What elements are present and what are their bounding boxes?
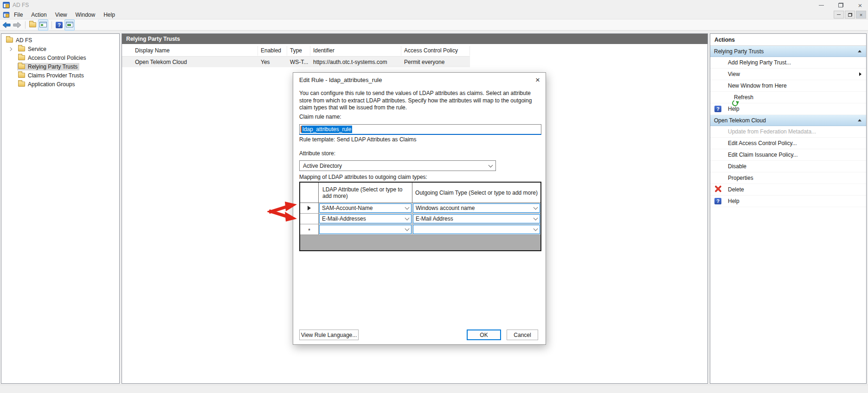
console-tree-toggle-button[interactable] <box>38 19 48 31</box>
actions-section-relying-party-trusts[interactable]: Relying Party Trusts <box>710 46 866 57</box>
ldap-attribute-combobox[interactable] <box>319 225 411 234</box>
outgoing-claim-combobox[interactable]: Windows account name <box>413 203 540 213</box>
menu-file[interactable]: File <box>10 11 27 19</box>
menu-window[interactable]: Window <box>71 11 100 19</box>
back-button[interactable] <box>2 21 11 29</box>
mapping-table: LDAP Attribute (Select or type to add mo… <box>299 182 541 251</box>
menu-action[interactable]: Action <box>27 11 51 19</box>
tree-label: Application Groups <box>28 81 75 88</box>
tree-label: Claims Provider Trusts <box>28 72 84 79</box>
action-label: Update from Federation Metadata... <box>728 128 816 135</box>
folder-icon <box>6 38 13 43</box>
claim-rule-name-input[interactable]: ldap_attributes_rule <box>299 124 541 135</box>
action-help[interactable]: ? Help <box>710 103 866 115</box>
cell-identifier: https://auth.otc.t-systems.com <box>310 59 401 65</box>
action-properties[interactable]: Properties <box>710 172 866 184</box>
actions-pane-title: Actions <box>710 34 866 46</box>
chevron-down-icon <box>405 227 410 231</box>
column-access-control-policy[interactable]: Access Control Policy <box>401 46 470 56</box>
chevron-down-icon <box>534 227 538 231</box>
outgoing-claim-type-column-header: Outgoing Claim Type (Select or type to a… <box>412 183 540 203</box>
restore-icon <box>838 3 843 7</box>
dialog-close-button[interactable]: × <box>535 76 540 84</box>
combo-value: SAM-Account-Name <box>322 205 373 211</box>
close-button[interactable]: × <box>857 2 863 8</box>
section-header-label: Open Telekom Cloud <box>714 117 766 124</box>
action-help[interactable]: ? Help <box>710 196 866 207</box>
help-toolbar-button[interactable]: ? <box>55 21 63 29</box>
action-edit-claim-issuance-policy[interactable]: Edit Claim Issuance Policy... <box>710 149 866 161</box>
console-tree-pane: AD FS Service Access Control Policies Re… <box>1 33 120 384</box>
tree-item-access-control-policies[interactable]: Access Control Policies <box>1 53 119 62</box>
edit-rule-dialog: Edit Rule - ldap_attributes_rule × You c… <box>293 72 546 345</box>
collapse-chevron-icon[interactable] <box>858 50 862 52</box>
chevron-down-icon <box>534 205 538 210</box>
column-enabled[interactable]: Enabled <box>258 46 287 56</box>
outgoing-claim-combobox[interactable] <box>413 225 540 234</box>
outgoing-claim-combobox[interactable]: E-Mail Address <box>413 214 540 223</box>
tree-item-service[interactable]: Service <box>1 44 119 53</box>
delete-x-icon <box>714 185 722 194</box>
ok-button[interactable]: OK <box>467 330 501 340</box>
tree-label: AD FS <box>16 37 32 44</box>
help-icon: ? <box>56 22 63 28</box>
ldap-attribute-combobox[interactable]: E-Mail-Addresses <box>319 214 411 223</box>
open-folder-button[interactable] <box>29 22 37 28</box>
attribute-store-value: Active Directory <box>303 163 342 169</box>
menu-help[interactable]: Help <box>99 11 119 19</box>
export-list-button[interactable] <box>64 19 75 31</box>
row-selector[interactable] <box>300 214 319 224</box>
column-identifier[interactable]: Identifier <box>310 46 401 56</box>
tree-item-relying-party-trusts[interactable]: Relying Party Trusts <box>1 62 119 71</box>
row-selector[interactable] <box>300 203 319 213</box>
actions-section-open-telekom-cloud[interactable]: Open Telekom Cloud <box>710 115 866 126</box>
action-new-window-from-here[interactable]: New Window from Here <box>710 80 866 92</box>
help-icon: ? <box>714 106 721 112</box>
attribute-store-select[interactable]: Active Directory <box>299 160 496 171</box>
forward-button[interactable] <box>13 21 22 29</box>
table-row[interactable]: Open Telekom Cloud Yes WS-T... https://a… <box>122 57 470 67</box>
back-arrow-icon <box>2 22 11 28</box>
action-edit-access-control-policy[interactable]: Edit Access Control Policy... <box>710 138 866 149</box>
tree-item-adfs-root[interactable]: AD FS <box>1 36 119 44</box>
cell-enabled: Yes <box>258 59 287 65</box>
mapping-row: SAM-Account-Name Windows account name <box>300 203 540 214</box>
restore-button[interactable] <box>837 2 844 8</box>
combo-value: E-Mail Address <box>416 216 453 222</box>
column-display-name[interactable]: Display Name <box>122 46 258 56</box>
toolbar: ? <box>0 19 868 31</box>
claim-rule-name-value: ldap_attributes_rule <box>302 126 352 133</box>
window-titlebar: AD FS × <box>0 0 868 10</box>
cancel-button[interactable]: Cancel <box>507 330 538 340</box>
view-rule-language-button[interactable]: View Rule Language... <box>299 330 359 340</box>
menu-view[interactable]: View <box>51 11 71 19</box>
collapse-chevron-icon[interactable] <box>858 119 862 121</box>
action-disable[interactable]: Disable <box>710 161 866 172</box>
results-pane-title: Relying Party Trusts <box>122 34 707 44</box>
action-refresh[interactable]: Refresh <box>710 92 866 103</box>
ldap-attribute-cell: E-Mail-Addresses <box>319 214 412 224</box>
tree-item-claims-provider-trusts[interactable]: Claims Provider Trusts <box>1 71 119 80</box>
action-delete[interactable]: Delete <box>710 184 866 196</box>
attribute-store-label: Attribute store: <box>299 150 335 157</box>
expander-chevron-icon[interactable] <box>8 47 12 51</box>
action-add-relying-party-trust[interactable]: Add Relying Party Trust... <box>710 57 866 69</box>
help-icon: ? <box>714 198 721 204</box>
chevron-down-icon <box>489 163 493 167</box>
action-label: View <box>728 71 740 77</box>
child-minimize-button[interactable] <box>834 11 844 19</box>
folder-icon <box>18 55 25 60</box>
dialog-title: Edit Rule - ldap_attributes_rule <box>299 76 382 83</box>
mapping-table-header: LDAP Attribute (Select or type to add mo… <box>300 183 540 203</box>
minimize-button[interactable] <box>818 2 824 8</box>
child-close-button[interactable]: × <box>856 11 866 19</box>
tree-item-application-groups[interactable]: Application Groups <box>1 80 119 89</box>
column-type[interactable]: Type <box>287 46 310 56</box>
action-view[interactable]: View <box>710 69 866 80</box>
row-selector[interactable]: * <box>300 224 319 235</box>
child-restore-button[interactable] <box>845 11 855 19</box>
app-icon <box>3 2 10 8</box>
ldap-attribute-combobox[interactable]: SAM-Account-Name <box>319 203 411 213</box>
folder-icon <box>29 22 36 27</box>
action-label: Refresh <box>734 94 753 101</box>
